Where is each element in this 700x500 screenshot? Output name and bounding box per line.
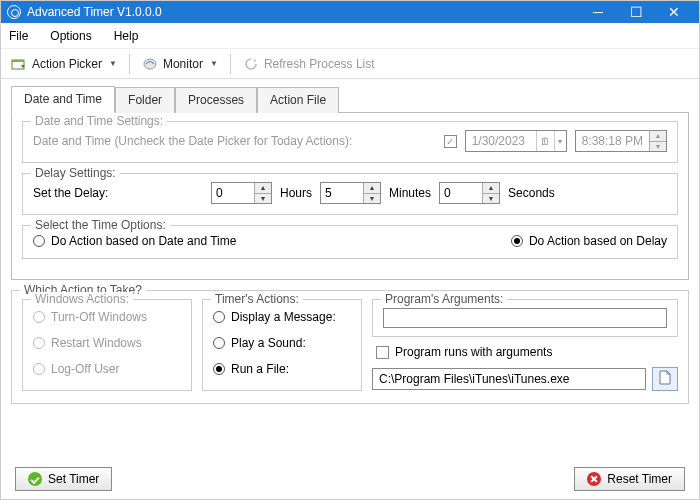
title-bar: Advanced Timer V1.0.0.0 ─ ☐ ✕ bbox=[1, 1, 699, 23]
maximize-button[interactable]: ☐ bbox=[617, 1, 655, 23]
spin-buttons[interactable]: ▲▼ bbox=[254, 183, 271, 203]
refresh-icon bbox=[243, 56, 259, 72]
arguments-input[interactable] bbox=[388, 310, 662, 326]
toolbar-separator bbox=[230, 54, 231, 74]
monitor-button[interactable]: Monitor ▼ bbox=[138, 54, 222, 74]
group-legend: Delay Settings: bbox=[31, 166, 120, 180]
tab-label: Processes bbox=[188, 93, 244, 107]
set-timer-button[interactable]: Set Timer bbox=[15, 467, 112, 491]
file-path-input-wrapper bbox=[372, 368, 646, 390]
button-label: Reset Timer bbox=[607, 472, 672, 486]
spin-buttons[interactable]: ▲▼ bbox=[363, 183, 380, 203]
minutes-input[interactable] bbox=[321, 183, 363, 203]
hours-label: Hours bbox=[280, 186, 312, 200]
radio-label-text: Turn-Off Windows bbox=[51, 310, 147, 324]
menu-help[interactable]: Help bbox=[114, 29, 139, 43]
program-arguments-group: Program's Arguments: bbox=[372, 299, 678, 337]
timers-actions-group: Timer's Actions: Display a Message: Play… bbox=[202, 299, 362, 391]
which-action-group: Which Action to Take? Windows Actions: T… bbox=[11, 290, 689, 404]
tab-date-and-time[interactable]: Date and Time bbox=[11, 86, 115, 113]
tab-processes[interactable]: Processes bbox=[175, 87, 257, 113]
action-picker-button[interactable]: Action Picker ▼ bbox=[7, 54, 121, 74]
radio-icon bbox=[33, 235, 45, 247]
file-icon bbox=[658, 370, 672, 389]
radio-icon bbox=[213, 363, 225, 375]
radio-by-delay[interactable]: Do Action based on Delay bbox=[511, 234, 667, 248]
seconds-spinner[interactable]: ▲▼ bbox=[439, 182, 500, 204]
refresh-process-list-button[interactable]: Refresh Process List bbox=[239, 54, 379, 74]
svg-point-2 bbox=[144, 59, 156, 69]
radio-icon bbox=[33, 337, 45, 349]
chevron-down-icon: ▾ bbox=[554, 131, 566, 151]
button-label: Set Timer bbox=[48, 472, 99, 486]
radio-play-sound[interactable]: Play a Sound: bbox=[213, 336, 351, 350]
delay-settings-group: Delay Settings: Set the Delay: ▲▼ Hours … bbox=[22, 173, 678, 215]
minutes-spinner[interactable]: ▲▼ bbox=[320, 182, 381, 204]
browse-file-button[interactable] bbox=[652, 367, 678, 391]
radio-logoff-user: Log-Off User bbox=[33, 362, 181, 376]
windows-actions-group: Windows Actions: Turn-Off Windows Restar… bbox=[22, 299, 192, 391]
svg-rect-1 bbox=[12, 60, 24, 62]
group-legend: Program's Arguments: bbox=[381, 292, 507, 306]
hours-spinner[interactable]: ▲▼ bbox=[211, 182, 272, 204]
runs-with-args-checkbox[interactable]: Program runs with arguments bbox=[372, 345, 678, 359]
group-legend: Windows Actions: bbox=[31, 292, 133, 306]
app-icon bbox=[7, 5, 21, 19]
date-picker-checkbox[interactable]: ✓ bbox=[444, 135, 457, 148]
radio-label-text: Do Action based on Delay bbox=[529, 234, 667, 248]
tab-label: Date and Time bbox=[24, 92, 102, 106]
hours-input[interactable] bbox=[212, 183, 254, 203]
arguments-input-wrapper bbox=[383, 308, 667, 328]
radio-run-file[interactable]: Run a File: bbox=[213, 362, 351, 376]
radio-restart-windows: Restart Windows bbox=[33, 336, 181, 350]
radio-icon bbox=[213, 337, 225, 349]
check-circle-icon bbox=[28, 472, 42, 486]
minutes-label: Minutes bbox=[389, 186, 431, 200]
app-window: Advanced Timer V1.0.0.0 ─ ☐ ✕ File Optio… bbox=[0, 0, 700, 500]
date-picker[interactable]: 1/30/2023 🗓 ▾ bbox=[465, 130, 567, 152]
calendar-icon: 🗓 bbox=[536, 131, 554, 151]
chevron-down-icon: ▼ bbox=[109, 59, 117, 68]
tab-content: Date and Time Settings: Date and Time (U… bbox=[11, 112, 689, 280]
group-legend: Date and Time Settings: bbox=[31, 114, 167, 128]
time-spin-buttons[interactable]: ▲▼ bbox=[649, 131, 666, 151]
monitor-label: Monitor bbox=[163, 57, 203, 71]
date-time-label: Date and Time (Uncheck the Date Picker f… bbox=[33, 134, 436, 148]
action-picker-label: Action Picker bbox=[32, 57, 102, 71]
date-time-settings-group: Date and Time Settings: Date and Time (U… bbox=[22, 121, 678, 163]
window-title: Advanced Timer V1.0.0.0 bbox=[27, 5, 162, 19]
action-picker-icon bbox=[11, 56, 27, 72]
time-picker[interactable]: 8:38:18 PM ▲▼ bbox=[575, 130, 667, 152]
spin-buttons[interactable]: ▲▼ bbox=[482, 183, 499, 203]
tab-action-file[interactable]: Action File bbox=[257, 87, 339, 113]
menu-options[interactable]: Options bbox=[50, 29, 91, 43]
toolbar: Action Picker ▼ Monitor ▼ Refresh Proces… bbox=[1, 49, 699, 79]
close-button[interactable]: ✕ bbox=[655, 1, 693, 23]
radio-label-text: Display a Message: bbox=[231, 310, 336, 324]
radio-icon bbox=[511, 235, 523, 247]
reset-timer-button[interactable]: Reset Timer bbox=[574, 467, 685, 491]
file-path-input[interactable] bbox=[377, 371, 641, 387]
toolbar-separator bbox=[129, 54, 130, 74]
checkbox-icon bbox=[376, 346, 389, 359]
tab-label: Action File bbox=[270, 93, 326, 107]
seconds-input[interactable] bbox=[440, 183, 482, 203]
date-value: 1/30/2023 bbox=[466, 134, 536, 148]
time-options-group: Select the Time Options: Do Action based… bbox=[22, 225, 678, 259]
seconds-label: Seconds bbox=[508, 186, 555, 200]
set-delay-label: Set the Delay: bbox=[33, 186, 203, 200]
refresh-label: Refresh Process List bbox=[264, 57, 375, 71]
checkbox-label: Program runs with arguments bbox=[395, 345, 552, 359]
group-legend: Timer's Actions: bbox=[211, 292, 303, 306]
cancel-circle-icon bbox=[587, 472, 601, 486]
footer: Set Timer Reset Timer bbox=[1, 467, 699, 499]
tab-folder[interactable]: Folder bbox=[115, 87, 175, 113]
menu-file[interactable]: File bbox=[9, 29, 28, 43]
group-legend: Select the Time Options: bbox=[31, 218, 170, 232]
radio-by-datetime[interactable]: Do Action based on Date and Time bbox=[33, 234, 236, 248]
tab-label: Folder bbox=[128, 93, 162, 107]
radio-icon bbox=[33, 311, 45, 323]
radio-label-text: Play a Sound: bbox=[231, 336, 306, 350]
minimize-button[interactable]: ─ bbox=[579, 1, 617, 23]
radio-display-message[interactable]: Display a Message: bbox=[213, 310, 351, 324]
